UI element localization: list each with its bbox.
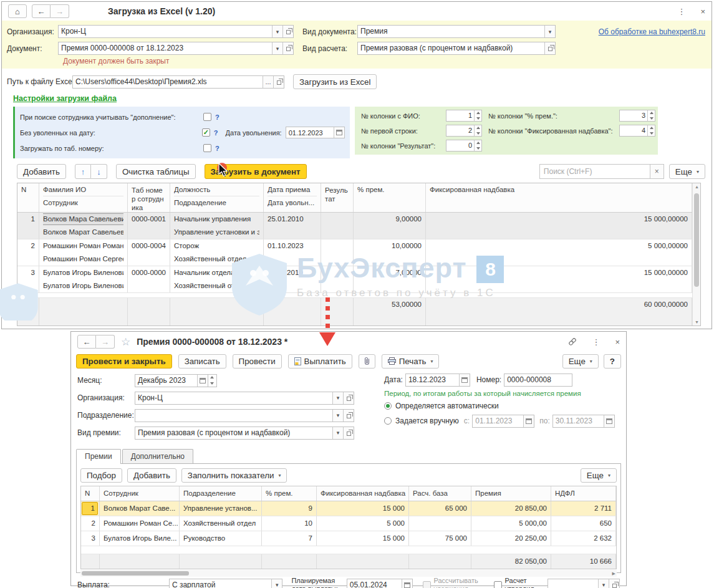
calendar-icon[interactable] (604, 415, 614, 427)
back-button[interactable]: ← (77, 335, 96, 349)
selected-cell[interactable]: 1 (82, 502, 98, 515)
open-icon[interactable] (343, 427, 354, 439)
clear-search-icon[interactable]: × (650, 164, 664, 179)
open-icon[interactable] (343, 392, 354, 404)
period-manual-radio[interactable] (384, 417, 392, 425)
vertical-scrollbar[interactable]: ▲ ▼ (692, 183, 700, 325)
cell-hired[interactable]: 11.01.2010 (264, 266, 321, 292)
calendar-icon[interactable] (402, 579, 412, 588)
chevron-down-icon[interactable]: ▾ (332, 392, 343, 404)
approved-checkbox[interactable] (494, 581, 502, 588)
cell-result[interactable] (321, 266, 354, 292)
cell-employee[interactable]: Булатов Игорь Виле... (100, 531, 180, 546)
scroll-up-icon[interactable]: ▲ (693, 185, 701, 189)
load-to-document-button[interactable]: Загрузить в документ (205, 164, 307, 179)
cell-percent[interactable]: 10 (262, 516, 317, 531)
cell-lastname[interactable]: Волков Мара СавельевичВолков Марат Савел… (39, 213, 128, 239)
cell-department[interactable]: Руководство (180, 531, 262, 546)
chevron-down-icon[interactable]: ▾ (332, 410, 343, 422)
move-up-button[interactable]: ↑ (75, 164, 91, 179)
tab-premiums[interactable]: Премии (76, 449, 121, 463)
doc-field[interactable]: Премия 0000-000008 от 18.12.2023 ▾ (58, 42, 294, 55)
cell-percent[interactable]: 9,00000 (354, 213, 426, 239)
cell-position[interactable]: СторожХозяйственный отдел (170, 239, 264, 266)
premium-kind-field[interactable]: Премия разовая (с процентом и надбавкой)… (135, 427, 354, 440)
settings-link[interactable]: Настройки загрузки файла (13, 94, 117, 103)
chevron-down-icon[interactable]: ▾ (332, 427, 343, 439)
help-icon[interactable]: ? (214, 129, 218, 137)
org-field[interactable]: Крон-Ц ▾ (135, 392, 354, 405)
cell-percent[interactable]: 7 (262, 531, 317, 546)
table-row[interactable]: 1 Волков Мара СавельевичВолков Марат Сав… (17, 213, 692, 239)
about-link[interactable]: Об обработке на buhexpert8.ru (599, 27, 705, 36)
doc-kind-field[interactable]: Премия ▾ (357, 25, 556, 38)
home-button[interactable]: ⌂ (8, 4, 27, 18)
open-icon[interactable] (544, 42, 555, 54)
chevron-down-icon[interactable]: ▾ (272, 26, 282, 37)
cell-department[interactable]: Хозяйственный отдел (180, 516, 262, 531)
cell-tab[interactable]: 0000-00001 (128, 266, 170, 292)
cell-lastname[interactable]: Ромашкин Роман РомановичРомашкин Роман С… (39, 239, 128, 266)
pick-button[interactable]: Подбор (80, 468, 122, 483)
cell-bonus[interactable]: 15 000,00000 (426, 213, 692, 239)
help-icon[interactable]: ? (215, 113, 220, 121)
chevron-down-icon[interactable]: ▾ (544, 26, 555, 37)
cell-bonus[interactable]: 15 000 (317, 501, 409, 516)
search-input[interactable] (539, 164, 650, 179)
calendar-icon[interactable] (334, 127, 344, 138)
calendar-icon[interactable] (197, 375, 208, 387)
month-field[interactable]: Декабрь 2023 (135, 374, 208, 387)
cell-percent[interactable]: 10,00000 (354, 239, 426, 266)
cell-lastname[interactable]: Булатов Игорь ВиленовичБулатов Игорь Вил… (39, 266, 128, 292)
post-button[interactable]: Провести (233, 354, 282, 369)
cell-percent[interactable]: 9 (262, 501, 317, 516)
cell-tab[interactable]: 0000-00015 (128, 213, 170, 239)
opt-tabnum-checkbox[interactable] (203, 144, 211, 152)
file-path-field[interactable]: C:\Users\office44\Desktop\Премия2.xls ..… (72, 75, 284, 89)
attachments-button[interactable] (359, 354, 375, 369)
more-button[interactable]: Еще▾ (669, 164, 705, 179)
spinner[interactable] (647, 125, 655, 136)
open-icon[interactable] (273, 76, 284, 88)
more-button[interactable]: Еще▾ (581, 468, 617, 483)
cell-percent[interactable]: 7,00000 (354, 266, 426, 292)
forward-button[interactable]: → (96, 335, 115, 349)
favorite-star-icon[interactable]: ☆ (121, 335, 130, 349)
cell-hired[interactable]: 01.10.2023 (264, 239, 321, 266)
tab-additional[interactable]: Дополнительно (122, 449, 193, 463)
post-and-close-button[interactable]: Провести и закрыть (76, 354, 172, 369)
help-icon[interactable]: ? (215, 145, 220, 152)
menu-icon[interactable]: ⋮ (677, 7, 685, 16)
horizontal-scrollbar[interactable]: ▶ (80, 570, 617, 577)
move-down-button[interactable]: ↓ (91, 164, 107, 179)
chevron-down-icon[interactable]: ▾ (598, 579, 609, 588)
back-button[interactable]: ← (32, 4, 51, 18)
close-icon[interactable]: × (700, 7, 705, 16)
cell-ndfl[interactable]: 2 632 (551, 531, 616, 546)
department-field[interactable]: ▾ (135, 409, 354, 422)
calc-deductions-checkbox[interactable] (423, 581, 431, 588)
calendar-icon[interactable] (459, 374, 470, 386)
table-row[interactable]: 3 Булатов Игорь Виле... Руководство 7 15… (81, 531, 616, 546)
menu-icon[interactable]: ⋮ (592, 337, 600, 347)
cell-department[interactable]: Управление установ... (180, 501, 262, 516)
open-icon[interactable] (282, 26, 293, 37)
cell-employee[interactable]: Волков Марат Саве... (100, 501, 180, 516)
cell-tab[interactable]: 0000-00047 (128, 239, 170, 266)
cell-result[interactable] (321, 213, 354, 239)
open-icon[interactable] (282, 42, 293, 54)
col-percent-field[interactable]: 3 (619, 110, 655, 122)
spinner[interactable] (474, 125, 481, 136)
scroll-right-icon[interactable]: ▶ (612, 570, 615, 577)
opt-addition-checkbox[interactable] (203, 113, 211, 121)
scroll-down-icon[interactable]: ▼ (693, 320, 701, 324)
spinner[interactable] (647, 110, 655, 121)
period-to-field[interactable]: 30.11.2023 (552, 415, 615, 428)
table-row[interactable]: 2 Ромашкин Роман Се... Хозяйственный отд… (81, 516, 616, 531)
open-icon[interactable] (609, 579, 619, 588)
fired-date-field[interactable]: 01.12.2023 (286, 127, 345, 138)
chevron-down-icon[interactable]: ▾ (272, 42, 282, 54)
cell-result[interactable] (321, 239, 354, 266)
table-row[interactable]: 1 Волков Марат Саве... Управление устано… (81, 501, 616, 516)
cell-base[interactable]: 65 000 (409, 501, 471, 516)
